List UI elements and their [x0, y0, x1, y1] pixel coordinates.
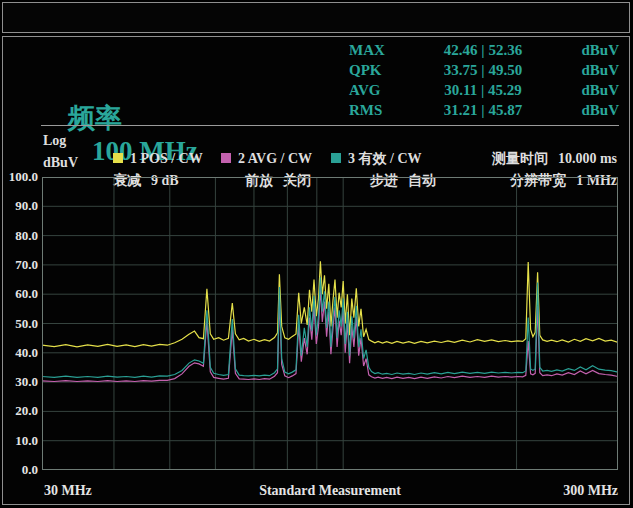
trace2-swatch-icon — [221, 153, 231, 163]
trace-3 — [42, 277, 618, 377]
readout-value: 42.46 | 52.36 — [407, 40, 559, 60]
y-axis-labels: 100.090.080.070.060.050.040.030.020.010.… — [3, 177, 38, 470]
readout-unit: dBuV — [559, 100, 619, 120]
frequency-label: 频率 — [68, 103, 122, 133]
meas-time-field: 测量时间10.000 ms — [478, 132, 617, 150]
readout-name: AVG — [349, 80, 407, 100]
legend-item-trace2[interactable]: 2 AVG / CW — [207, 132, 312, 150]
readout-row-max: MAX 42.46 | 52.36 dBuV — [349, 40, 619, 60]
y-tick-label: 50.0 — [3, 316, 38, 332]
readout-row-rms: RMS 31.21 | 45.87 dBuV — [349, 100, 619, 120]
y-tick-label: 70.0 — [3, 257, 38, 273]
y-tick-label: 90.0 — [3, 198, 38, 214]
rbw-field: 分辨带宽1 MHz — [496, 154, 617, 172]
readout-unit: dBuV — [559, 80, 619, 100]
y-tick-label: 30.0 — [3, 374, 38, 390]
y-tick-label: 40.0 — [3, 345, 38, 361]
readout-row-avg: AVG 30.11 | 45.29 dBuV — [349, 80, 619, 100]
marker-readout-table: MAX 42.46 | 52.36 dBuV QPK 33.75 | 49.50… — [349, 40, 619, 120]
y-tick-label: 0.0 — [3, 462, 38, 478]
readout-row-qpk: QPK 33.75 | 49.50 dBuV — [349, 60, 619, 80]
legend-item-trace1[interactable]: 1 POS / CW — [99, 132, 203, 150]
y-tick-label: 20.0 — [3, 403, 38, 419]
main-panel: 频率 100 MHz MAX 42.46 | 52.36 dBuV QPK 33… — [2, 36, 630, 505]
readout-name: MAX — [349, 40, 407, 60]
preamp-field: 前放关闭 — [231, 154, 311, 172]
amplitude-unit-label: dBuV — [43, 154, 78, 172]
x-axis-end-label: 300 MHz — [563, 483, 618, 499]
attenuation-field: 衰减9 dB — [99, 154, 179, 172]
trace3-swatch-icon — [331, 153, 341, 163]
y-tick-label: 60.0 — [3, 286, 38, 302]
readout-name: QPK — [349, 60, 407, 80]
scale-type-label: Log — [43, 132, 66, 150]
readout-unit: dBuV — [559, 60, 619, 80]
readout-unit: dBuV — [559, 40, 619, 60]
readout-value: 30.11 | 45.29 — [407, 80, 559, 100]
readout-name: RMS — [349, 100, 407, 120]
x-axis-labels: 30 MHz Standard Measurement 300 MHz — [3, 483, 631, 501]
readout-value: 33.75 | 49.50 — [407, 60, 559, 80]
header-divider — [41, 125, 619, 126]
top-bar: 接收频率： 100 MHz — [2, 2, 630, 33]
step-field: 步进自动 — [356, 154, 436, 172]
legend-item-trace3[interactable]: 3 有效 / CW — [317, 132, 422, 150]
measurement-mode-label: Standard Measurement — [42, 483, 618, 499]
y-tick-label: 80.0 — [3, 228, 38, 244]
y-tick-label: 100.0 — [3, 169, 38, 185]
spectrum-plot — [42, 177, 618, 470]
readout-value: 31.21 | 45.87 — [407, 100, 559, 120]
y-tick-label: 10.0 — [3, 433, 38, 449]
